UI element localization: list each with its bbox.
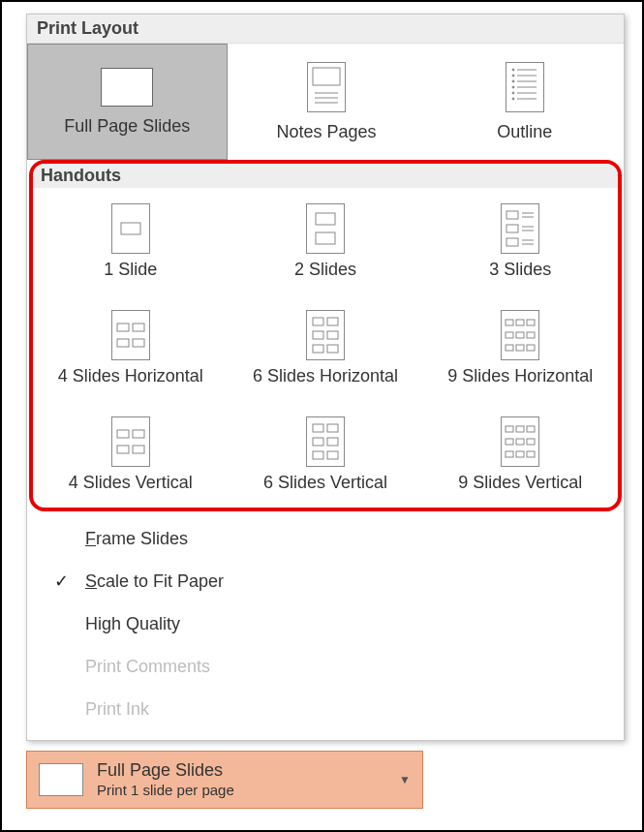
handouts-section: Handouts 1 Slide 2 Slides — [29, 160, 622, 511]
option-label: Print Ink — [76, 699, 149, 720]
handout-6-horizontal[interactable]: 6 Slides Horizontal — [228, 294, 422, 401]
svg-point-7 — [512, 69, 514, 71]
notes-pages-icon — [307, 62, 346, 112]
handouts-grid: 1 Slide 2 Slides 3 Slides — [33, 188, 618, 508]
current-layout-text: Full Page Slides Print 1 slide per page — [97, 760, 234, 799]
handout-9h-icon — [501, 310, 539, 360]
svg-rect-61 — [306, 416, 344, 466]
print-layout-header: Print Layout — [27, 15, 624, 44]
layout-label: Outline — [497, 122, 552, 142]
option-print-comments: Print Comments — [27, 645, 624, 688]
handout-label: 6 Slides Horizontal — [253, 366, 398, 386]
layout-label: Notes Pages — [276, 122, 376, 142]
handout-1-slide[interactable]: 1 Slide — [33, 188, 228, 294]
handouts-header: Handouts — [33, 164, 618, 188]
handout-2-slides-icon — [306, 203, 345, 254]
option-print-ink: Print Ink — [27, 688, 624, 730]
handout-4-horizontal[interactable]: 4 Slides Horizontal — [33, 294, 228, 401]
handout-label: 6 Slides Vertical — [263, 473, 387, 493]
svg-rect-46 — [502, 310, 539, 359]
handout-9v-icon — [501, 416, 539, 467]
outline-icon — [506, 62, 544, 112]
handout-label: 3 Slides — [489, 260, 551, 280]
handout-label: 9 Slides Horizontal — [447, 366, 593, 386]
handout-9-horizontal[interactable]: 9 Slides Horizontal — [423, 294, 618, 401]
option-frame-slides[interactable]: Frame Slides — [27, 517, 624, 560]
option-scale-to-fit[interactable]: ✓ Scale to Fit Paper — [27, 560, 624, 602]
handout-3-slides-icon — [501, 203, 539, 254]
handout-6-vertical[interactable]: 6 Slides Vertical — [228, 401, 422, 508]
svg-rect-56 — [111, 416, 149, 466]
option-label: Scale to Fit Paper — [76, 571, 224, 592]
handout-1-slide-icon — [111, 203, 150, 254]
layout-outline[interactable]: Outline — [425, 44, 624, 160]
handout-4-vertical[interactable]: 4 Slides Vertical — [33, 401, 228, 508]
check-icon: ✓ — [46, 570, 76, 592]
chevron-down-icon: ▼ — [399, 773, 411, 786]
full-page-slides-icon — [39, 763, 83, 796]
handout-6h-icon — [306, 310, 345, 360]
print-options-list: Frame Slides ✓ Scale to Fit Paper High Q… — [27, 511, 624, 740]
handout-label: 1 Slide — [104, 260, 157, 280]
current-subtitle: Print 1 slide per page — [97, 782, 234, 799]
svg-rect-19 — [111, 203, 149, 253]
option-label: Print Comments — [76, 657, 210, 677]
print-layout-row: Full Page Slides Notes Pages — [27, 44, 624, 160]
svg-rect-0 — [102, 68, 153, 106]
svg-point-13 — [512, 86, 514, 88]
current-layout-dropdown[interactable]: Full Page Slides Print 1 slide per page … — [26, 751, 423, 809]
handout-9-vertical[interactable]: 9 Slides Vertical — [423, 401, 618, 508]
svg-point-11 — [512, 80, 514, 82]
svg-rect-68 — [502, 416, 539, 466]
handout-4v-icon — [111, 416, 150, 467]
handout-4h-icon — [111, 310, 150, 360]
option-label: Frame Slides — [76, 529, 188, 549]
handout-6v-icon — [306, 416, 345, 467]
option-label: High Quality — [76, 614, 180, 634]
svg-rect-39 — [306, 310, 344, 359]
svg-point-15 — [512, 92, 514, 94]
svg-point-17 — [512, 98, 514, 100]
layout-notes-pages[interactable]: Notes Pages — [228, 44, 426, 160]
full-page-slides-icon — [101, 68, 153, 107]
handout-2-slides[interactable]: 2 Slides — [228, 188, 422, 294]
handout-label: 2 Slides — [294, 260, 356, 280]
layout-label: Full Page Slides — [64, 116, 190, 137]
print-layout-menu: Print Layout Full Page Slides Notes Page… — [26, 14, 625, 741]
current-title: Full Page Slides — [97, 760, 234, 782]
svg-point-9 — [512, 75, 514, 77]
handout-label: 9 Slides Vertical — [458, 473, 582, 493]
svg-rect-34 — [111, 310, 149, 359]
handout-3-slides[interactable]: 3 Slides — [423, 188, 618, 294]
handout-label: 4 Slides Horizontal — [58, 366, 203, 386]
option-high-quality[interactable]: High Quality — [27, 602, 624, 645]
layout-full-page-slides[interactable]: Full Page Slides — [27, 44, 228, 160]
svg-rect-21 — [306, 203, 344, 253]
handout-label: 4 Slides Vertical — [69, 473, 193, 493]
